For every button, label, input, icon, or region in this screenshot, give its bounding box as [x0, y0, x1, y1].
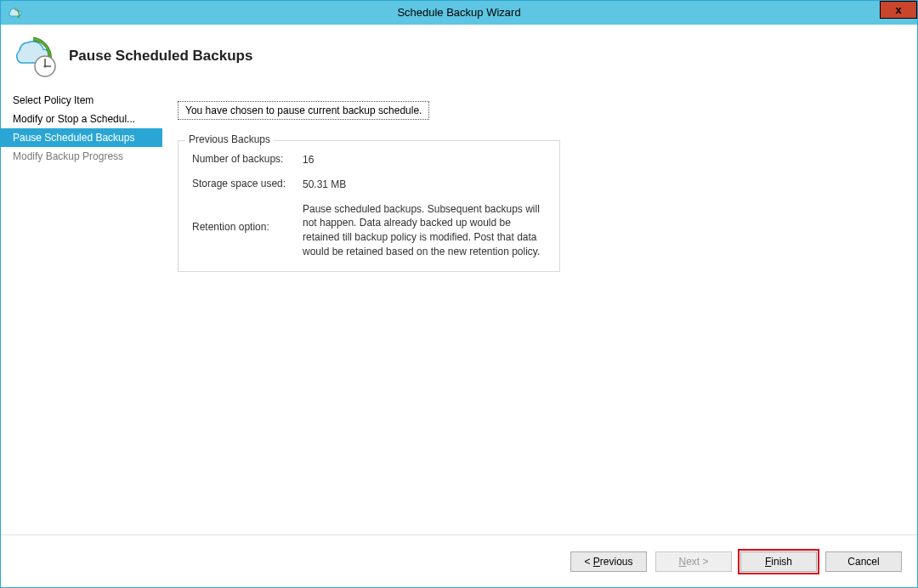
row-storage-used: Storage space used: 50.31 MB — [192, 178, 546, 192]
wizard-header: Pause Scheduled Backups — [1, 25, 917, 88]
btn-text: Cancel — [847, 556, 879, 568]
previous-backups-group: Previous Backups Number of backups: 16 S… — [178, 140, 560, 272]
confirmation-text: You have chosen to pause current backup … — [178, 101, 429, 120]
sidebar-item-modify-progress: Modify Backup Progress — [1, 147, 162, 166]
previous-backups-legend: Previous Backups — [185, 133, 274, 145]
value-storage-used: 50.31 MB — [303, 178, 546, 192]
cancel-button[interactable]: Cancel — [825, 551, 902, 572]
row-retention-option: Retention option: Pause scheduled backup… — [192, 202, 546, 259]
wizard-steps-sidebar: Select Policy Item Modify or Stop a Sche… — [1, 88, 162, 534]
close-button[interactable]: x — [880, 1, 917, 19]
row-number-of-backups: Number of backups: 16 — [192, 153, 546, 167]
finish-button[interactable]: Finish — [740, 551, 817, 572]
svg-point-3 — [44, 65, 47, 67]
value-retention-option: Pause scheduled backups. Subsequent back… — [303, 202, 546, 259]
previous-button[interactable]: < Previous — [570, 551, 647, 572]
btn-text: < Previous — [584, 556, 632, 568]
titlebar: Schedule Backup Wizard x — [1, 1, 917, 25]
window-title: Schedule Backup Wizard — [1, 6, 917, 19]
header-icon — [8, 32, 62, 80]
sidebar-item-modify-stop[interactable]: Modify or Stop a Schedul... — [1, 110, 162, 128]
close-icon: x — [895, 3, 901, 16]
label-number-of-backups: Number of backups: — [192, 153, 303, 165]
wizard-footer: < Previous Next > Finish Cancel — [1, 534, 917, 587]
label-retention-option: Retention option: — [192, 202, 303, 233]
next-button: Next > — [655, 551, 732, 572]
sidebar-item-pause-backups[interactable]: Pause Scheduled Backups — [1, 128, 162, 147]
page-title: Pause Scheduled Backups — [69, 48, 252, 65]
btn-text: Next > — [678, 556, 708, 568]
wizard-content: You have chosen to pause current backup … — [162, 88, 917, 534]
sidebar-item-select-policy[interactable]: Select Policy Item — [1, 91, 162, 110]
wizard-window: Schedule Backup Wizard x Pause Scheduled… — [0, 0, 918, 588]
value-number-of-backups: 16 — [303, 153, 546, 167]
wizard-body: Select Policy Item Modify or Stop a Sche… — [1, 88, 917, 534]
label-storage-used: Storage space used: — [192, 178, 303, 189]
btn-text: Finish — [765, 556, 792, 568]
